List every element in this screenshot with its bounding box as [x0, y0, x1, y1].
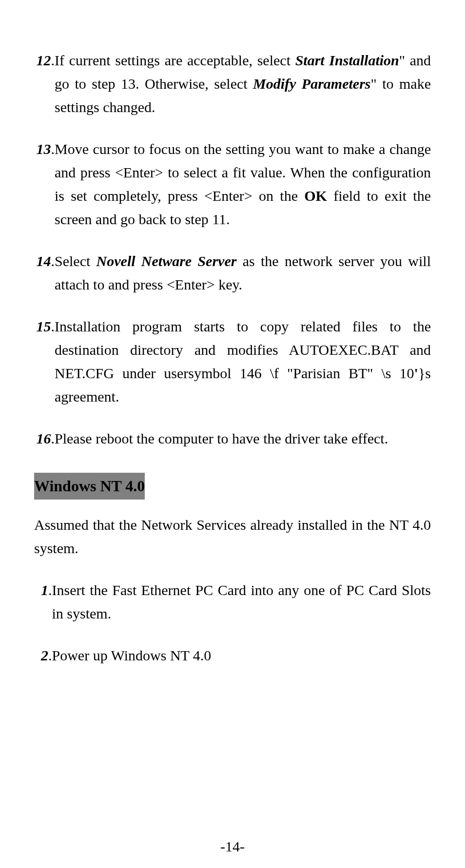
list-content: Power up Windows NT 4.0 [52, 644, 431, 667]
sub-list-item-2: 2. Power up Windows NT 4.0 [34, 644, 431, 667]
list-number: 13. [34, 137, 55, 231]
sub-list-item-1: 1. Insert the Fast Ethernet PC Card into… [34, 579, 431, 625]
list-number: 14. [34, 250, 55, 296]
section-heading: Windows NT 4.0 [34, 473, 145, 500]
list-content: Select Novell Netware Server as the netw… [55, 250, 431, 296]
page-number: -14- [0, 835, 465, 858]
list-number: 16. [34, 427, 55, 450]
list-content: Insert the Fast Ethernet PC Card into an… [52, 579, 431, 625]
list-number: 2. [36, 644, 52, 667]
list-item-12: 12. If current settings are acceptable, … [34, 49, 431, 119]
list-number: 15. [34, 315, 55, 408]
list-item-15: 15. Installation program starts to copy … [34, 315, 431, 408]
list-number: 12. [34, 49, 55, 119]
list-number: 1. [36, 579, 52, 625]
list-content: Installation program starts to copy rela… [55, 315, 431, 408]
paragraph: Assumed that the Network Services alread… [34, 513, 431, 560]
list-item-13: 13. Move cursor to focus on the setting … [34, 137, 431, 231]
list-content: Move cursor to focus on the setting you … [55, 137, 431, 231]
list-item-16: 16. Please reboot the computer to have t… [34, 427, 431, 450]
list-content: Please reboot the computer to have the d… [55, 427, 431, 450]
list-item-14: 14. Select Novell Netware Server as the … [34, 250, 431, 296]
list-content: If current settings are acceptable, sele… [55, 49, 431, 119]
